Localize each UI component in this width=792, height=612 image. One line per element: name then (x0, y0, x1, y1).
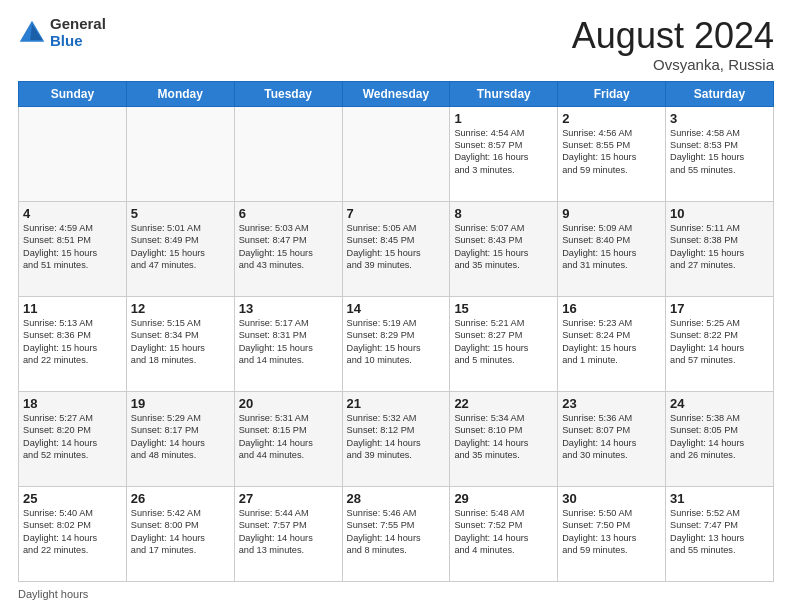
day-number: 12 (131, 301, 230, 316)
day-info: Sunrise: 4:59 AM Sunset: 8:51 PM Dayligh… (23, 222, 122, 272)
day-info: Sunrise: 5:32 AM Sunset: 8:12 PM Dayligh… (347, 412, 446, 462)
calendar-week-row: 18Sunrise: 5:27 AM Sunset: 8:20 PM Dayli… (19, 391, 774, 486)
day-info: Sunrise: 5:50 AM Sunset: 7:50 PM Dayligh… (562, 507, 661, 557)
table-row (234, 106, 342, 201)
day-number: 11 (23, 301, 122, 316)
day-number: 20 (239, 396, 338, 411)
day-info: Sunrise: 5:27 AM Sunset: 8:20 PM Dayligh… (23, 412, 122, 462)
day-number: 22 (454, 396, 553, 411)
day-info: Sunrise: 5:38 AM Sunset: 8:05 PM Dayligh… (670, 412, 769, 462)
day-info: Sunrise: 5:07 AM Sunset: 8:43 PM Dayligh… (454, 222, 553, 272)
day-number: 24 (670, 396, 769, 411)
table-row: 24Sunrise: 5:38 AM Sunset: 8:05 PM Dayli… (666, 391, 774, 486)
col-monday: Monday (126, 81, 234, 106)
table-row: 22Sunrise: 5:34 AM Sunset: 8:10 PM Dayli… (450, 391, 558, 486)
logo-blue-text: Blue (50, 33, 106, 50)
day-info: Sunrise: 5:11 AM Sunset: 8:38 PM Dayligh… (670, 222, 769, 272)
day-number: 25 (23, 491, 122, 506)
day-info: Sunrise: 5:25 AM Sunset: 8:22 PM Dayligh… (670, 317, 769, 367)
table-row: 18Sunrise: 5:27 AM Sunset: 8:20 PM Dayli… (19, 391, 127, 486)
logo-general-text: General (50, 16, 106, 33)
day-number: 19 (131, 396, 230, 411)
page: General Blue August 2024 Ovsyanka, Russi… (0, 0, 792, 612)
col-sunday: Sunday (19, 81, 127, 106)
day-info: Sunrise: 4:54 AM Sunset: 8:57 PM Dayligh… (454, 127, 553, 177)
day-info: Sunrise: 5:29 AM Sunset: 8:17 PM Dayligh… (131, 412, 230, 462)
table-row: 17Sunrise: 5:25 AM Sunset: 8:22 PM Dayli… (666, 296, 774, 391)
day-number: 7 (347, 206, 446, 221)
title-block: August 2024 Ovsyanka, Russia (572, 16, 774, 73)
table-row: 12Sunrise: 5:15 AM Sunset: 8:34 PM Dayli… (126, 296, 234, 391)
logo: General Blue (18, 16, 106, 49)
table-row: 25Sunrise: 5:40 AM Sunset: 8:02 PM Dayli… (19, 486, 127, 581)
day-number: 26 (131, 491, 230, 506)
calendar-week-row: 1Sunrise: 4:54 AM Sunset: 8:57 PM Daylig… (19, 106, 774, 201)
calendar-header-row: Sunday Monday Tuesday Wednesday Thursday… (19, 81, 774, 106)
table-row: 5Sunrise: 5:01 AM Sunset: 8:49 PM Daylig… (126, 201, 234, 296)
day-number: 3 (670, 111, 769, 126)
day-number: 28 (347, 491, 446, 506)
calendar-week-row: 25Sunrise: 5:40 AM Sunset: 8:02 PM Dayli… (19, 486, 774, 581)
day-number: 13 (239, 301, 338, 316)
table-row: 6Sunrise: 5:03 AM Sunset: 8:47 PM Daylig… (234, 201, 342, 296)
day-info: Sunrise: 5:31 AM Sunset: 8:15 PM Dayligh… (239, 412, 338, 462)
day-info: Sunrise: 5:40 AM Sunset: 8:02 PM Dayligh… (23, 507, 122, 557)
day-number: 16 (562, 301, 661, 316)
day-number: 8 (454, 206, 553, 221)
calendar-week-row: 11Sunrise: 5:13 AM Sunset: 8:36 PM Dayli… (19, 296, 774, 391)
day-info: Sunrise: 5:34 AM Sunset: 8:10 PM Dayligh… (454, 412, 553, 462)
day-number: 30 (562, 491, 661, 506)
table-row: 1Sunrise: 4:54 AM Sunset: 8:57 PM Daylig… (450, 106, 558, 201)
calendar-location: Ovsyanka, Russia (572, 56, 774, 73)
day-info: Sunrise: 5:05 AM Sunset: 8:45 PM Dayligh… (347, 222, 446, 272)
daylight-label: Daylight hours (18, 588, 88, 600)
table-row: 20Sunrise: 5:31 AM Sunset: 8:15 PM Dayli… (234, 391, 342, 486)
day-number: 5 (131, 206, 230, 221)
table-row: 19Sunrise: 5:29 AM Sunset: 8:17 PM Dayli… (126, 391, 234, 486)
day-number: 17 (670, 301, 769, 316)
table-row (19, 106, 127, 201)
day-info: Sunrise: 5:44 AM Sunset: 7:57 PM Dayligh… (239, 507, 338, 557)
day-number: 6 (239, 206, 338, 221)
day-number: 1 (454, 111, 553, 126)
col-friday: Friday (558, 81, 666, 106)
day-info: Sunrise: 5:23 AM Sunset: 8:24 PM Dayligh… (562, 317, 661, 367)
table-row: 2Sunrise: 4:56 AM Sunset: 8:55 PM Daylig… (558, 106, 666, 201)
calendar-week-row: 4Sunrise: 4:59 AM Sunset: 8:51 PM Daylig… (19, 201, 774, 296)
col-wednesday: Wednesday (342, 81, 450, 106)
table-row: 27Sunrise: 5:44 AM Sunset: 7:57 PM Dayli… (234, 486, 342, 581)
table-row: 29Sunrise: 5:48 AM Sunset: 7:52 PM Dayli… (450, 486, 558, 581)
table-row: 31Sunrise: 5:52 AM Sunset: 7:47 PM Dayli… (666, 486, 774, 581)
day-info: Sunrise: 5:09 AM Sunset: 8:40 PM Dayligh… (562, 222, 661, 272)
day-number: 15 (454, 301, 553, 316)
day-info: Sunrise: 5:52 AM Sunset: 7:47 PM Dayligh… (670, 507, 769, 557)
day-number: 31 (670, 491, 769, 506)
table-row: 28Sunrise: 5:46 AM Sunset: 7:55 PM Dayli… (342, 486, 450, 581)
table-row: 13Sunrise: 5:17 AM Sunset: 8:31 PM Dayli… (234, 296, 342, 391)
day-number: 14 (347, 301, 446, 316)
day-number: 29 (454, 491, 553, 506)
table-row: 15Sunrise: 5:21 AM Sunset: 8:27 PM Dayli… (450, 296, 558, 391)
day-info: Sunrise: 5:19 AM Sunset: 8:29 PM Dayligh… (347, 317, 446, 367)
day-info: Sunrise: 5:13 AM Sunset: 8:36 PM Dayligh… (23, 317, 122, 367)
table-row (342, 106, 450, 201)
day-number: 10 (670, 206, 769, 221)
table-row: 21Sunrise: 5:32 AM Sunset: 8:12 PM Dayli… (342, 391, 450, 486)
day-info: Sunrise: 5:21 AM Sunset: 8:27 PM Dayligh… (454, 317, 553, 367)
day-info: Sunrise: 4:56 AM Sunset: 8:55 PM Dayligh… (562, 127, 661, 177)
day-number: 18 (23, 396, 122, 411)
svg-marker-1 (30, 24, 42, 40)
col-thursday: Thursday (450, 81, 558, 106)
table-row: 8Sunrise: 5:07 AM Sunset: 8:43 PM Daylig… (450, 201, 558, 296)
day-info: Sunrise: 5:48 AM Sunset: 7:52 PM Dayligh… (454, 507, 553, 557)
header: General Blue August 2024 Ovsyanka, Russi… (18, 16, 774, 73)
day-info: Sunrise: 5:42 AM Sunset: 8:00 PM Dayligh… (131, 507, 230, 557)
table-row: 23Sunrise: 5:36 AM Sunset: 8:07 PM Dayli… (558, 391, 666, 486)
day-info: Sunrise: 5:03 AM Sunset: 8:47 PM Dayligh… (239, 222, 338, 272)
table-row (126, 106, 234, 201)
table-row: 11Sunrise: 5:13 AM Sunset: 8:36 PM Dayli… (19, 296, 127, 391)
day-info: Sunrise: 5:15 AM Sunset: 8:34 PM Dayligh… (131, 317, 230, 367)
table-row: 4Sunrise: 4:59 AM Sunset: 8:51 PM Daylig… (19, 201, 127, 296)
day-info: Sunrise: 5:01 AM Sunset: 8:49 PM Dayligh… (131, 222, 230, 272)
footer: Daylight hours (18, 588, 774, 600)
